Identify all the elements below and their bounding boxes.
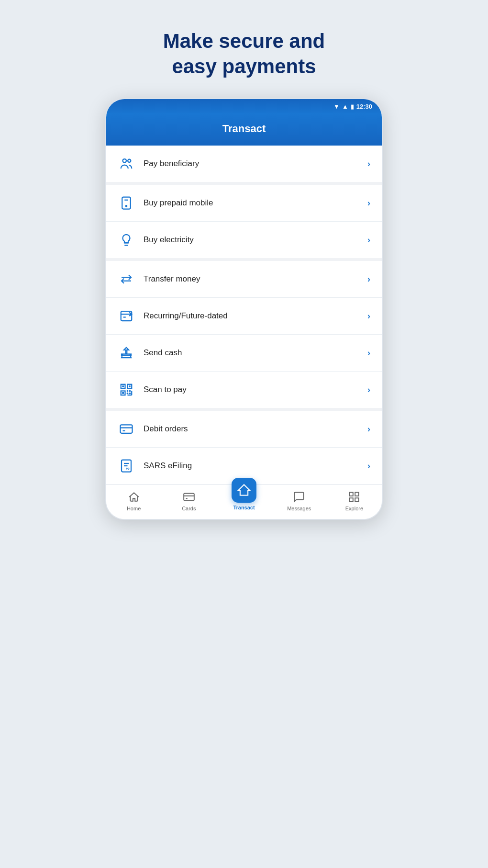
chevron-icon: › — [367, 385, 370, 395]
svg-rect-16 — [122, 392, 124, 394]
svg-point-4 — [126, 205, 127, 207]
send-cash-label: Send cash — [144, 348, 367, 358]
status-bar: ▼ ▲ ▮ 12:30 — [106, 99, 382, 114]
bottom-nav: Home Cards Transact Messages Explore — [106, 484, 382, 519]
nav-cards[interactable]: Cards — [161, 490, 216, 511]
menu-section-orders: Debit orders › % SARS eFiling › — [106, 411, 382, 484]
home-label: Home — [127, 506, 141, 511]
page-heading: Make secure and easy payments — [154, 0, 335, 98]
menu-item-recurring[interactable]: Recurring/Future-dated › — [106, 298, 382, 335]
recurring-label: Recurring/Future-dated — [144, 311, 367, 321]
mobile-icon — [118, 194, 135, 212]
transfer-icon — [118, 271, 135, 288]
nav-explore[interactable]: Explore — [327, 490, 382, 511]
transact-label: Transact — [233, 505, 255, 510]
menu-item-transfer-money[interactable]: Transfer money › — [106, 261, 382, 298]
nav-home[interactable]: Home — [106, 490, 161, 511]
svg-rect-35 — [350, 498, 354, 502]
cards-icon — [182, 490, 196, 504]
svg-rect-33 — [350, 492, 354, 496]
svg-rect-14 — [129, 385, 131, 387]
pay-beneficiary-label: Pay beneficiary — [144, 159, 367, 169]
header-title: Transact — [116, 123, 372, 135]
cards-label: Cards — [182, 506, 196, 511]
chevron-icon: › — [367, 424, 370, 434]
svg-text:%: % — [126, 466, 130, 471]
svg-point-1 — [128, 159, 131, 162]
messages-label: Messages — [287, 506, 311, 511]
menu-item-buy-prepaid[interactable]: Buy prepaid mobile › — [106, 185, 382, 222]
wifi-icon: ▼ — [333, 103, 340, 110]
phone-mockup: ▼ ▲ ▮ 12:30 Transact Pay beneficiary › — [105, 98, 383, 520]
menu-item-buy-electricity[interactable]: Buy electricity › — [106, 222, 382, 258]
qr-icon — [118, 381, 135, 398]
messages-icon — [292, 490, 306, 504]
battery-icon: ▮ — [351, 103, 354, 110]
status-icons: ▼ ▲ ▮ 12:30 — [333, 103, 372, 110]
chevron-icon: › — [367, 198, 370, 208]
nav-transact[interactable]: Transact — [216, 491, 271, 510]
menu-list: Pay beneficiary › Buy prepaid mobile › B… — [106, 146, 382, 484]
debit-icon — [118, 420, 135, 438]
chevron-icon: › — [367, 348, 370, 358]
recurring-icon — [118, 307, 135, 325]
buy-electricity-label: Buy electricity — [144, 235, 367, 245]
chevron-icon: › — [367, 461, 370, 471]
chevron-icon: › — [367, 274, 370, 284]
chevron-icon: › — [367, 235, 370, 245]
app-header: Transact — [106, 114, 382, 146]
svg-rect-23 — [121, 425, 133, 433]
svg-rect-34 — [355, 492, 359, 496]
buy-prepaid-label: Buy prepaid mobile — [144, 198, 367, 208]
svg-point-0 — [123, 159, 127, 163]
status-time: 12:30 — [356, 103, 372, 110]
explore-label: Explore — [345, 506, 363, 511]
sars-icon: % — [118, 457, 135, 474]
signal-icon: ▲ — [342, 103, 348, 110]
sendcash-icon — [118, 344, 135, 361]
svg-rect-36 — [355, 498, 359, 502]
sars-label: SARS eFiling — [144, 461, 367, 471]
svg-rect-2 — [122, 197, 131, 209]
debit-orders-label: Debit orders — [144, 424, 367, 434]
transact-nav-icon — [232, 478, 256, 503]
svg-rect-12 — [122, 385, 124, 387]
explore-icon — [347, 490, 361, 504]
scan-to-pay-label: Scan to pay — [144, 385, 367, 395]
chevron-icon: › — [367, 311, 370, 321]
home-icon — [127, 490, 141, 504]
people-icon — [118, 155, 135, 172]
svg-rect-30 — [184, 493, 194, 500]
menu-section-pay: Pay beneficiary › — [106, 146, 382, 185]
menu-item-scan-to-pay[interactable]: Scan to pay › — [106, 372, 382, 408]
menu-item-send-cash[interactable]: Send cash › — [106, 335, 382, 372]
chevron-icon: › — [367, 159, 370, 169]
menu-item-pay-beneficiary[interactable]: Pay beneficiary › — [106, 146, 382, 182]
menu-section-buy: Buy prepaid mobile › Buy electricity › — [106, 185, 382, 261]
menu-item-debit-orders[interactable]: Debit orders › — [106, 411, 382, 448]
menu-section-transfer: Transfer money › Recurring/Future-dated … — [106, 261, 382, 411]
transfer-money-label: Transfer money — [144, 274, 367, 284]
nav-messages[interactable]: Messages — [272, 490, 327, 511]
bulb-icon — [118, 231, 135, 248]
